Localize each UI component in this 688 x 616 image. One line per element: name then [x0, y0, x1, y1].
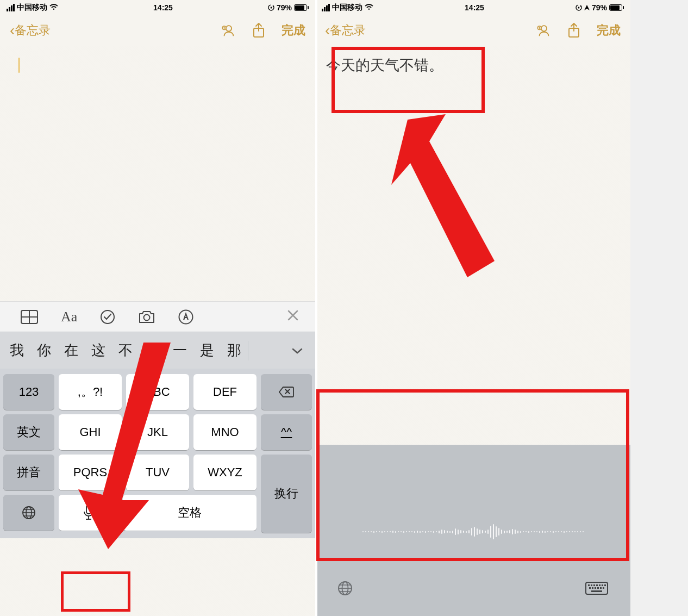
svg-rect-38 — [603, 587, 604, 589]
status-bar: 中国移动 14:25 79% — [0, 0, 315, 15]
key-123[interactable]: 123 — [3, 374, 54, 410]
screen-right: 中国移动 14:25 79% ‹ 备忘录 — [315, 0, 630, 616]
globe-icon — [337, 580, 353, 596]
svg-rect-33 — [589, 587, 591, 589]
svg-rect-29 — [596, 584, 598, 586]
svg-rect-32 — [604, 584, 606, 586]
key-emoji[interactable]: ^^ — [261, 414, 312, 450]
chevron-left-icon: ‹ — [10, 22, 15, 39]
candidate-item[interactable]: 我 — [3, 341, 30, 360]
markup-icon[interactable] — [178, 309, 193, 325]
status-right: 79% — [268, 3, 309, 12]
candidate-item[interactable]: 是 — [193, 341, 221, 360]
key-tuv[interactable]: TUV — [126, 455, 189, 490]
svg-point-8 — [101, 310, 114, 323]
battery-pct: 79% — [592, 3, 607, 12]
status-left: 中国移动 — [322, 3, 373, 13]
key-ghi[interactable]: GHI — [59, 414, 122, 450]
back-button[interactable]: ‹ 备忘录 — [325, 22, 366, 39]
back-label: 备忘录 — [15, 22, 51, 39]
svg-rect-28 — [593, 584, 595, 586]
svg-point-2 — [226, 26, 232, 31]
keyboard: 123 ,。?! ABC DEF 英文 GHI JKL MNO 拼音 PQRS — [0, 369, 315, 538]
dictation-globe-button[interactable] — [337, 580, 353, 599]
divider — [315, 0, 317, 616]
note-editor[interactable] — [0, 46, 315, 301]
note-text: 今天的天气不错。 — [326, 55, 620, 76]
done-button[interactable]: 完成 — [282, 22, 305, 39]
close-toolbar-icon[interactable] — [287, 309, 299, 325]
battery-pct: 79% — [277, 3, 292, 12]
svg-rect-39 — [591, 590, 602, 592]
svg-point-9 — [144, 314, 150, 320]
candidate-item[interactable]: 你 — [30, 341, 58, 360]
location-icon — [584, 5, 590, 10]
table-icon[interactable] — [21, 310, 38, 324]
key-pqrs[interactable]: PQRS — [59, 455, 122, 490]
key-punct[interactable]: ,。?! — [59, 374, 122, 410]
globe-icon — [22, 506, 36, 520]
nav-bar: ‹ 备忘录 完成 — [0, 15, 315, 46]
key-english[interactable]: 英文 — [3, 414, 54, 450]
status-left: 中国移动 — [7, 3, 58, 13]
wifi-icon — [365, 3, 373, 12]
add-person-icon[interactable] — [221, 23, 236, 38]
status-time: 14:25 — [465, 3, 484, 12]
separator — [248, 341, 248, 360]
status-time: 14:25 — [153, 3, 173, 12]
svg-rect-18 — [578, 7, 579, 9]
key-def[interactable]: DEF — [193, 374, 257, 410]
toolbar-left-group: Aa — [21, 309, 193, 325]
candidate-item[interactable]: 好 — [139, 341, 166, 360]
key-jkl[interactable]: JKL — [126, 414, 189, 450]
key-return[interactable]: 换行 — [261, 455, 312, 533]
expand-candidates-button[interactable] — [283, 344, 312, 358]
done-button[interactable]: 完成 — [597, 22, 621, 39]
key-abc[interactable]: ABC — [126, 374, 189, 410]
key-mno[interactable]: MNO — [193, 414, 257, 450]
candidate-bar: 我 你 在 这 不 好 一 是 那 — [0, 332, 315, 369]
key-dictation[interactable] — [59, 495, 118, 531]
text-cursor — [18, 58, 20, 73]
backspace-icon — [278, 386, 295, 398]
key-wxyz[interactable]: WXYZ — [193, 455, 257, 490]
svg-rect-31 — [602, 584, 603, 586]
add-person-icon[interactable] — [536, 23, 551, 38]
checklist-icon[interactable] — [100, 309, 115, 325]
svg-rect-30 — [599, 584, 601, 586]
carrier-label: 中国移动 — [332, 3, 362, 13]
key-backspace[interactable] — [261, 374, 312, 410]
svg-point-19 — [541, 26, 547, 31]
microphone-icon — [83, 505, 94, 521]
key-globe[interactable] — [3, 495, 54, 531]
candidate-item[interactable]: 在 — [58, 341, 85, 360]
candidate-item[interactable]: 那 — [221, 341, 248, 360]
candidate-item[interactable]: 一 — [166, 341, 193, 360]
screen-left: 中国移动 14:25 79% ‹ 备忘录 — [0, 0, 315, 616]
battery-icon — [609, 4, 624, 11]
status-right: 79% — [576, 3, 624, 12]
battery-icon — [294, 4, 309, 11]
share-icon[interactable] — [251, 23, 266, 38]
text-format-icon[interactable]: Aa — [61, 309, 77, 325]
keyboard-icon — [585, 580, 609, 596]
candidate-item[interactable]: 这 — [85, 341, 112, 360]
composite-container: 中国移动 14:25 79% ‹ 备忘录 — [0, 0, 688, 616]
candidate-item[interactable]: 不 — [112, 341, 139, 360]
nav-right: 完成 — [221, 22, 305, 39]
key-space[interactable]: 空格 — [123, 495, 257, 531]
svg-rect-27 — [591, 584, 592, 586]
camera-icon[interactable] — [138, 310, 155, 324]
carrier-label: 中国移动 — [17, 3, 47, 13]
svg-rect-35 — [595, 587, 596, 589]
note-editor[interactable]: 今天的天气不错。 — [315, 46, 630, 388]
status-bar: 中国移动 14:25 79% — [315, 0, 630, 15]
key-pinyin[interactable]: 拼音 — [3, 455, 54, 490]
share-icon[interactable] — [566, 23, 581, 38]
dictation-keyboard-button[interactable] — [585, 580, 609, 599]
nav-right: 完成 — [536, 22, 621, 39]
nav-bar: ‹ 备忘录 完成 — [315, 15, 630, 46]
format-toolbar: Aa — [0, 301, 315, 332]
back-label: 备忘录 — [330, 22, 366, 39]
back-button[interactable]: ‹ 备忘录 — [10, 22, 51, 39]
